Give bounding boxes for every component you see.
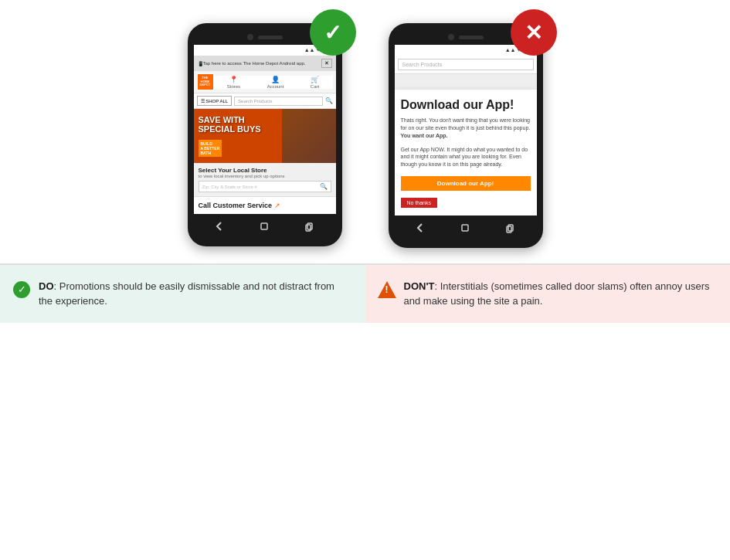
hd-nav: 📍 Stores 👤 Account 🛒 Cart [214, 76, 333, 89]
interstitial-body-bold: You want our App. [401, 133, 448, 138]
svg-rect-2 [306, 225, 311, 231]
promo-image [282, 109, 336, 163]
good-icon: ✓ [12, 280, 31, 299]
store-search-input[interactable]: Zip, City & State or Store # 🔍 [199, 181, 331, 192]
bad-recents-button[interactable] [503, 222, 518, 234]
bg-content-blur [395, 74, 537, 90]
hd-search-bar: ☰ SHOP ALL Search Products 🔍 [194, 93, 336, 109]
promo-badge-line3: BATH [201, 151, 212, 155]
bad-search-input[interactable]: Search Products [398, 59, 534, 70]
do-label: DO [39, 280, 54, 292]
search-icon: 🔍 [325, 97, 333, 104]
front-camera [247, 34, 253, 40]
hd-header: THE HOME DEPOT 📍 Stores 👤 Account 🛒 [194, 71, 336, 93]
app-download-banner: 📱 Tap here to access The Home Depot Andr… [194, 56, 336, 71]
store-section: Select Your Local Store to view local in… [194, 163, 336, 197]
shop-all-button[interactable]: ☰ SHOP ALL [197, 96, 233, 106]
svg-rect-1 [307, 223, 312, 229]
customer-service-arrow: ↗ [274, 202, 280, 209]
interstitial-overlay: Download our App! Thats right. You don't… [395, 90, 537, 216]
nav-stores[interactable]: 📍 Stores [227, 76, 240, 89]
store-subtitle: to view local inventory and pick up opti… [199, 174, 331, 178]
nav-cart-label: Cart [311, 84, 319, 89]
info-bad-text: DON'T: Interstitials (sometimes called d… [404, 279, 715, 309]
svg-rect-0 [261, 223, 267, 229]
app-banner-text: Tap here to access The Home Depot Androi… [203, 61, 321, 66]
store-search-placeholder: Zip, City & State or Store # [202, 185, 257, 189]
dont-text: : Interstitials (sometimes called door s… [404, 280, 710, 307]
phone-bottom-bar [194, 214, 336, 236]
good-phone-screen: ▲▲ ✦ ▼ □ 📱 Tap here to access The Home D… [194, 45, 336, 214]
bad-earpiece [459, 36, 484, 39]
info-good: ✓ DO: Promotions should be easily dismis… [0, 265, 365, 323]
main-content: ✓ ▲▲ ✦ ▼ □ 📱 Tap here to access The Home… [0, 0, 730, 263]
bad-phone: ▲▲ ✦ ▼ □ Search Products Download our Ap… [389, 23, 543, 248]
hd-logo: THE HOME DEPOT [197, 73, 214, 90]
nav-account[interactable]: 👤 Account [267, 76, 284, 89]
info-good-text: DO: Promotions should be easily dismissa… [39, 279, 350, 309]
customer-service-link[interactable]: Call Customer Service ↗ [194, 197, 336, 214]
store-title: Select Your Local Store [199, 167, 331, 174]
warning-triangle-icon [378, 281, 396, 298]
bad-search-placeholder: Search Products [402, 62, 443, 67]
search-input[interactable]: Search Products [234, 97, 322, 106]
shop-all-label: ☰ SHOP ALL [201, 98, 229, 104]
bad-phone-screen: ▲▲ ✦ ▼ □ Search Products Download our Ap… [395, 45, 537, 216]
promo-headline: SAVE WITH SPECIAL BUYS [199, 115, 284, 134]
cart-icon: 🛒 [311, 76, 319, 83]
good-phone-wrapper: ✓ ▲▲ ✦ ▼ □ 📱 Tap here to access The Home… [188, 23, 342, 246]
download-app-button[interactable]: Download our App! [401, 176, 531, 191]
bad-icon [378, 280, 396, 299]
bad-badge: ✕ [511, 9, 557, 56]
no-thanks-button[interactable]: No thanks [401, 198, 438, 208]
bad-recents-icon [505, 222, 516, 233]
account-icon: 👤 [271, 76, 280, 83]
interstitial-body: Thats right. You don't want thing that y… [401, 117, 531, 139]
back-icon [214, 221, 225, 232]
nav-stores-label: Stores [227, 84, 240, 89]
search-placeholder: Search Products [238, 99, 272, 104]
interstitial-body-text1: Thats right. You don't want thing that y… [401, 117, 531, 131]
promo-badge: BUILD A BETTER BATH [199, 140, 222, 157]
svg-rect-5 [507, 226, 511, 232]
back-button[interactable] [212, 220, 227, 232]
stores-icon: 📍 [229, 76, 238, 83]
promo-banner: SAVE WITH SPECIAL BUYS BUILD A BETTER BA… [194, 109, 336, 163]
good-badge: ✓ [310, 9, 356, 56]
recents-icon [304, 221, 315, 232]
dont-label: DON'T [404, 280, 435, 292]
store-search-icon: 🔍 [320, 183, 328, 190]
bad-phone-bottom-bar [395, 216, 537, 237]
interstitial-title: Download our App! [401, 97, 531, 112]
earpiece [258, 36, 283, 39]
bad-phone-wrapper: ✕ ▲▲ ✦ ▼ □ Search Products [389, 23, 543, 248]
interstitial-body-2: Get our App NOW. It might do what you wa… [401, 146, 531, 168]
svg-rect-4 [508, 225, 513, 231]
nav-account-label: Account [267, 84, 284, 89]
home-icon [259, 221, 270, 232]
bad-home-icon [460, 222, 470, 233]
bad-search-bar: Search Products [395, 56, 537, 74]
good-phone: ▲▲ ✦ ▼ □ 📱 Tap here to access The Home D… [188, 23, 342, 246]
bad-back-icon [415, 222, 426, 233]
home-button[interactable] [256, 220, 272, 232]
svg-rect-3 [462, 225, 468, 231]
check-circle-icon: ✓ [13, 281, 30, 298]
bad-front-camera [448, 34, 454, 40]
recents-button[interactable] [302, 220, 317, 232]
bad-back-button[interactable] [413, 222, 428, 234]
app-dismiss-button[interactable]: ✕ [321, 59, 332, 68]
customer-service-label: Call Customer Service [199, 202, 273, 209]
nav-cart[interactable]: 🛒 Cart [311, 76, 319, 89]
info-bad: DON'T: Interstitials (sometimes called d… [365, 265, 731, 323]
app-banner-icon: 📱 [198, 61, 203, 66]
bad-home-button[interactable] [457, 222, 473, 234]
bottom-info-section: ✓ DO: Promotions should be easily dismis… [0, 263, 730, 323]
do-text: : Promotions should be easily dismissabl… [39, 280, 334, 307]
